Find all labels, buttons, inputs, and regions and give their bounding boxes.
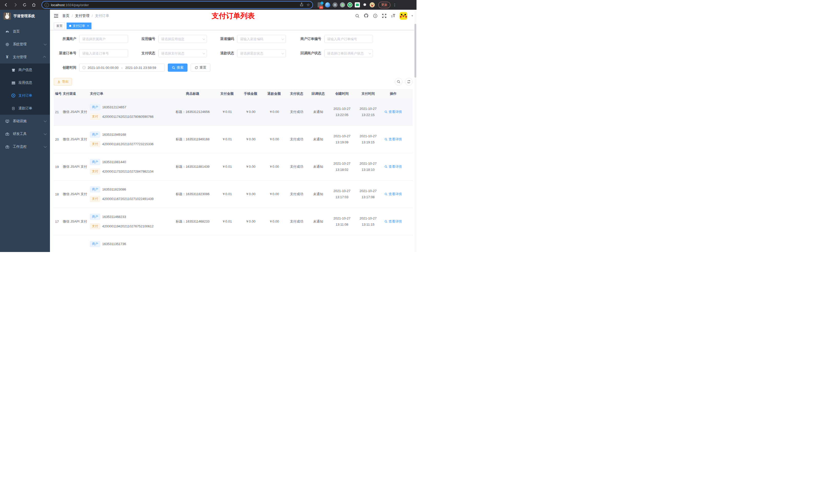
sidebar-item-workflow[interactable]: 工作流程 (0, 140, 50, 153)
github-icon[interactable] (364, 13, 368, 18)
search-button[interactable]: 搜索 (168, 64, 188, 72)
merchant-input-field[interactable] (82, 37, 125, 41)
back-icon[interactable] (3, 1, 10, 8)
url-text[interactable]: localhost:1024/pay/order (51, 3, 298, 7)
app-select-field[interactable] (161, 37, 204, 41)
page-scrollbar[interactable] (414, 10, 416, 252)
reload-icon[interactable] (21, 1, 28, 8)
sidebar-item-refund-order[interactable]: 退款订单 (0, 102, 50, 115)
user-avatar[interactable] (400, 12, 407, 20)
col-notify: 回调状态 (307, 91, 329, 96)
pay-status-select[interactable] (158, 49, 207, 57)
extension-gem-icon[interactable] (325, 2, 330, 7)
sidebar-item-pay-order[interactable]: ¥ 支付订单 (0, 89, 50, 102)
refresh-table-button[interactable] (405, 78, 413, 86)
tab-home[interactable]: 首页 (54, 23, 65, 29)
profile-emoji-icon[interactable] (370, 2, 375, 7)
search-icon[interactable] (355, 13, 360, 18)
yen-circle-icon: ¥ (11, 94, 15, 98)
table-row[interactable]: 21 微信 JSAPI 支付 商户1635312124657 支付4200001… (54, 98, 413, 126)
merchant-order-input[interactable] (324, 35, 373, 43)
avatar-caret-icon[interactable]: ▾ (411, 14, 413, 18)
help-icon[interactable]: ? (373, 13, 378, 18)
field-label: 支付状态 (136, 51, 158, 55)
field-label: 退款状态 (215, 51, 237, 55)
channel-order-field[interactable] (82, 51, 125, 55)
col-channel: 支付渠道 (62, 91, 89, 96)
table-row[interactable]: 20 微信 JSAPI 支付 商户1635311949168 支付4200001… (54, 126, 413, 153)
app-logo[interactable]: 芋道管理系统 (0, 10, 50, 23)
close-icon[interactable]: × (87, 24, 89, 28)
col-fee: 手续金额 (239, 91, 262, 96)
merchant-input[interactable] (79, 35, 128, 43)
merchant-order-no: 1635311949168 (102, 133, 126, 137)
table-row[interactable]: 商户1635311351736 (54, 235, 413, 252)
sidebar-item-home[interactable]: 首页 (0, 25, 50, 38)
sidebar-item-infra[interactable]: 基础设施 (0, 115, 50, 127)
orders-table: 编号 支付渠道 支付订单 商品标题 支付金额 手续金额 退款金额 支付状态 回调… (54, 89, 413, 252)
channel-code-select[interactable] (237, 35, 286, 43)
merchant-tag: 商户 (90, 159, 100, 165)
notify-status-field[interactable] (327, 51, 370, 55)
view-detail-link[interactable]: 查看详情 (384, 110, 402, 114)
address-bar[interactable]: i localhost:1024/pay/order ☆ (42, 1, 313, 9)
notify-status-select[interactable] (324, 49, 373, 57)
sidebar-item-label: 应用信息 (19, 80, 32, 85)
refund-status-select[interactable] (237, 49, 286, 57)
url-path: :1024/pay/order (65, 3, 89, 7)
chrome-update-button[interactable]: 更新 (378, 2, 390, 8)
channel-code-field[interactable] (240, 37, 283, 41)
chrome-menu-icon[interactable]: ⋮ (393, 3, 397, 7)
sidebar-fold-icon[interactable] (53, 13, 59, 19)
view-detail-link[interactable]: 查看详情 (384, 164, 402, 169)
extension-y-icon[interactable]: Y (347, 2, 353, 7)
refund-status-field[interactable] (240, 51, 283, 55)
home-icon[interactable] (30, 1, 38, 8)
merchant-order-no: 1635311468233 (102, 215, 126, 219)
main-area: 首页 / 支付管理 / 支付订单 支付订单列表 ? (50, 10, 416, 252)
sidebar-item-app-info[interactable]: 应用信息 (0, 76, 50, 89)
extension-command-icon[interactable]: ⌘ (332, 2, 338, 7)
fullscreen-icon[interactable] (382, 13, 386, 18)
extension-sketch-icon[interactable]: 10 (318, 2, 323, 7)
app-select[interactable] (158, 35, 207, 43)
merchant-order-field[interactable] (327, 37, 370, 41)
gear-icon (5, 42, 9, 46)
reset-button[interactable]: 重置 (191, 64, 210, 72)
tab-pay-order[interactable]: 支付订单 × (67, 23, 91, 29)
export-button[interactable]: 导出 (54, 78, 72, 86)
yen-icon: ¥ (5, 55, 9, 59)
create-time-range-picker[interactable]: 2021-10-01 00:00:00 - 2021-10-31 23:59:5… (79, 64, 164, 72)
bookmark-star-icon[interactable]: ☆ (307, 3, 310, 7)
sidebar-item-pay[interactable]: ¥ 支付管理 (0, 51, 50, 64)
table-row[interactable]: 17 微信 JSAPI 支付 商户1635311468233 支付4200001… (54, 208, 413, 235)
extension-chat-icon[interactable] (355, 2, 360, 7)
sidebar-item-devtools[interactable]: 研发工具 (0, 127, 50, 140)
field-label: 商户订单编号 (294, 37, 324, 41)
merchant-tag: 商户 (90, 131, 100, 138)
forward-icon[interactable] (12, 1, 19, 8)
pay-status-field[interactable] (161, 51, 204, 55)
site-info-icon[interactable]: i (45, 3, 49, 7)
view-detail-link[interactable]: 查看详情 (384, 192, 402, 196)
sidebar-item-merchant-info[interactable]: 商户信息 (0, 64, 50, 76)
font-size-icon[interactable]: TT (390, 13, 396, 18)
breadcrumb-home[interactable]: 首页 (62, 14, 69, 18)
merchant-order-no: 1635311881440 (102, 160, 126, 164)
share-icon[interactable] (300, 3, 304, 7)
table-row[interactable]: 19 微信 JSAPI 支付 商户1635311881440 支付4200001… (54, 153, 413, 181)
navbar: 首页 / 支付管理 / 支付订单 支付订单列表 ? (50, 10, 416, 22)
screen: i localhost:1024/pay/order ☆ 10 ⌘ Y (0, 0, 416, 252)
toggle-search-button[interactable] (395, 78, 402, 86)
view-detail-link[interactable]: 查看详情 (384, 137, 402, 142)
table-row[interactable]: 18 微信 JSAPI 支付 商户1635311823086 支付4200001… (54, 181, 413, 208)
scrollbar-thumb[interactable] (414, 24, 416, 78)
svg-text:¥: ¥ (13, 94, 14, 97)
pay-order-no: 4200001194202110276752100612 (102, 224, 154, 228)
channel-order-input[interactable] (79, 49, 128, 57)
extensions-puzzle-icon[interactable] (362, 2, 367, 7)
view-detail-link[interactable]: 查看详情 (384, 219, 402, 224)
sidebar-item-system[interactable]: 系统管理 (0, 38, 50, 51)
breadcrumb-pay[interactable]: 支付管理 (75, 14, 89, 18)
extension-dot-icon[interactable] (340, 2, 345, 7)
